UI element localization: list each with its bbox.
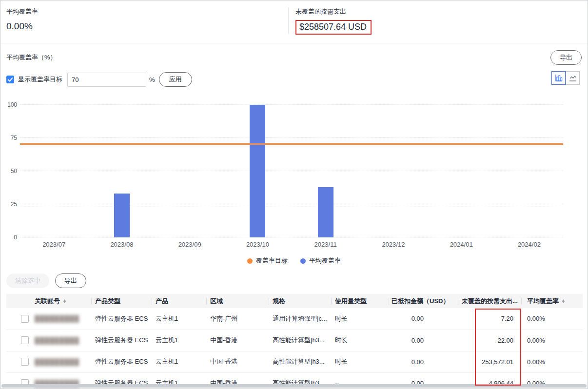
- avg-coverage-label: 平均覆盖率: [6, 7, 288, 16]
- cell-product: 云主机1: [152, 308, 206, 330]
- apply-button[interactable]: 应用: [159, 72, 192, 87]
- target-legend-dot: [247, 258, 253, 264]
- chart-card: 平均覆盖率（%） 导出 显示覆盖率目标 % 应用: [0, 43, 588, 268]
- cell-deducted: 0.00: [389, 308, 458, 330]
- cell-usage-type: 时长: [331, 330, 389, 351]
- table-header-row: 关联账号▲▼ 产品类型 产品 区域 规格 使用量类型 已抵扣金额（USD） 未覆…: [6, 294, 583, 308]
- row-checkbox[interactable]: [21, 336, 29, 344]
- account-id-blurred: █████████: [35, 358, 79, 366]
- cell-spec: 通用计算增强型|c...: [269, 308, 331, 330]
- x-axis-tick-label: 2024/01: [428, 241, 495, 248]
- x-axis-tick-label: 2024/02: [495, 241, 563, 248]
- line-chart-icon: [569, 74, 577, 82]
- line-chart-toggle-button[interactable]: [566, 71, 580, 85]
- uncovered-spend-value-highlighted: $258507.64 USD: [295, 20, 372, 35]
- legend-item-avg-coverage: 平均覆盖率: [300, 256, 341, 265]
- table-export-button[interactable]: 导出: [55, 273, 86, 288]
- bar-chart-icon: [555, 74, 563, 82]
- header-account[interactable]: 关联账号▲▼: [29, 294, 91, 308]
- cell-product-type: 弹性云服务器 ECS: [91, 308, 152, 330]
- summary-divider: [288, 7, 289, 34]
- y-axis-tick-label: 0: [3, 234, 17, 241]
- cell-uncovered: 253,572.01: [458, 351, 521, 372]
- select-all-header: [6, 294, 29, 308]
- coverage-bar[interactable]: [114, 194, 130, 237]
- y-axis-tick-label: 75: [3, 135, 17, 141]
- row-checkbox[interactable]: [21, 315, 29, 323]
- chart-plot: 0255075100: [20, 105, 563, 237]
- cell-usage-type: 时长: [331, 351, 389, 372]
- avg-coverage-legend-dot: [300, 258, 306, 264]
- show-target-label: 显示覆盖率目标: [18, 75, 62, 84]
- cell-product-type: 弹性云服务器 ECS: [91, 351, 152, 372]
- header-region: 区域: [206, 294, 269, 308]
- coverage-bar[interactable]: [250, 105, 265, 237]
- account-id-blurred: █████████: [35, 337, 79, 344]
- account-id-blurred: █████████: [35, 315, 79, 322]
- header-uncovered: 未覆盖的按需支出...: [458, 294, 521, 308]
- chart-export-button[interactable]: 导出: [550, 50, 582, 65]
- cell-product: 云主机1: [152, 351, 206, 372]
- target-input[interactable]: [67, 73, 146, 87]
- uncovered-spend-stat: 未覆盖的按需支出 $258507.64 USD: [295, 7, 372, 35]
- bar-chart-toggle-button[interactable]: [551, 71, 566, 85]
- x-axis-tick-label: 2023/10: [224, 241, 292, 248]
- clear-selection-button[interactable]: 清除选中: [6, 273, 49, 288]
- avg-coverage-value: 0.00%: [6, 21, 288, 32]
- avg-coverage-stat: 平均覆盖率 0.00%: [6, 7, 288, 32]
- target-controls: 显示覆盖率目标 % 应用: [6, 72, 582, 87]
- header-deducted: 已抵扣金额（USD）: [389, 294, 458, 308]
- header-spec: 规格: [269, 294, 331, 308]
- x-axis-tick-label: 2023/11: [292, 241, 359, 248]
- row-checkbox[interactable]: [21, 358, 29, 366]
- cell-spec: 高性能计算型|h3...: [269, 351, 331, 372]
- header-usage-type: 使用量类型: [331, 294, 389, 308]
- legend-item-target: 覆盖率目标: [247, 256, 288, 265]
- x-axis-tick-label: 2023/09: [156, 241, 224, 248]
- cell-coverage: 0.00%: [521, 308, 583, 330]
- summary-section: 平均覆盖率 0.00% 未覆盖的按需支出 $258507.64 USD: [0, 0, 588, 43]
- cell-deducted: 0.00: [389, 351, 458, 372]
- avg-coverage-legend-label: 平均覆盖率: [309, 256, 341, 265]
- sort-icon[interactable]: ▲▼: [63, 299, 66, 303]
- chart-x-axis: 2023/072023/082023/092023/102023/112023/…: [20, 241, 563, 248]
- table-row: █████████ 弹性云服务器 ECS 云主机1 中国-香港 高性能计算型|h…: [6, 330, 583, 351]
- cell-coverage: 0.00%: [521, 330, 583, 351]
- cell-region: 中国-香港: [206, 330, 269, 351]
- header-product: 产品: [152, 294, 206, 308]
- target-legend-label: 覆盖率目标: [256, 256, 288, 265]
- cell-coverage: 0.00%: [521, 351, 583, 372]
- cell-uncovered: 22.00: [458, 330, 521, 351]
- chart-type-toggle: [551, 71, 580, 85]
- horizontal-scrollbar[interactable]: [1, 384, 587, 388]
- percent-sign: %: [149, 76, 155, 83]
- cell-region: 华南-广州: [206, 308, 269, 330]
- cell-spec: 高性能计算型|h3...: [269, 330, 331, 351]
- table-row: █████████ 弹性云服务器 ECS 云主机1 中国-香港 高性能计算型|h…: [6, 351, 583, 372]
- x-axis-tick-label: 2023/12: [359, 241, 427, 248]
- uncovered-spend-label: 未覆盖的按需支出: [295, 7, 372, 16]
- x-axis-tick-label: 2023/07: [20, 241, 88, 248]
- sort-icon[interactable]: ▲▼: [562, 299, 565, 303]
- y-axis-tick-label: 50: [3, 168, 17, 175]
- coverage-bar[interactable]: [318, 187, 333, 237]
- y-axis-tick-label: 100: [3, 101, 17, 108]
- y-axis-tick-label: 25: [3, 201, 17, 208]
- cell-deducted: 0.00: [389, 330, 458, 351]
- coverage-report-page: 平均覆盖率 0.00% 未覆盖的按需支出 $258507.64 USD 平均覆盖…: [0, 0, 588, 389]
- cell-usage-type: 时长: [331, 308, 389, 330]
- show-target-checkbox[interactable]: [6, 76, 14, 83]
- x-axis-tick-label: 2023/08: [88, 241, 156, 248]
- chart-title: 平均覆盖率（%）: [6, 50, 57, 62]
- header-product-type: 产品类型: [91, 294, 152, 308]
- cell-uncovered: 7.20: [458, 308, 521, 330]
- cell-region: 中国-香港: [206, 351, 269, 372]
- cell-product: 云主机1: [152, 330, 206, 351]
- coverage-table-wrap: 关联账号▲▼ 产品类型 产品 区域 规格 使用量类型 已抵扣金额（USD） 未覆…: [6, 294, 582, 389]
- chart-legend: 覆盖率目标 平均覆盖率: [6, 256, 582, 265]
- cell-product-type: 弹性云服务器 ECS: [91, 330, 152, 351]
- coverage-table: 关联账号▲▼ 产品类型 产品 区域 规格 使用量类型 已抵扣金额（USD） 未覆…: [6, 294, 583, 389]
- header-coverage[interactable]: 平均覆盖率▲▼: [521, 294, 583, 308]
- table-section: 清除选中 导出 关联账号▲▼ 产品类型 产品 区域 规格: [0, 268, 588, 389]
- table-row: █████████ 弹性云服务器 ECS 云主机1 华南-广州 通用计算增强型|…: [6, 308, 583, 330]
